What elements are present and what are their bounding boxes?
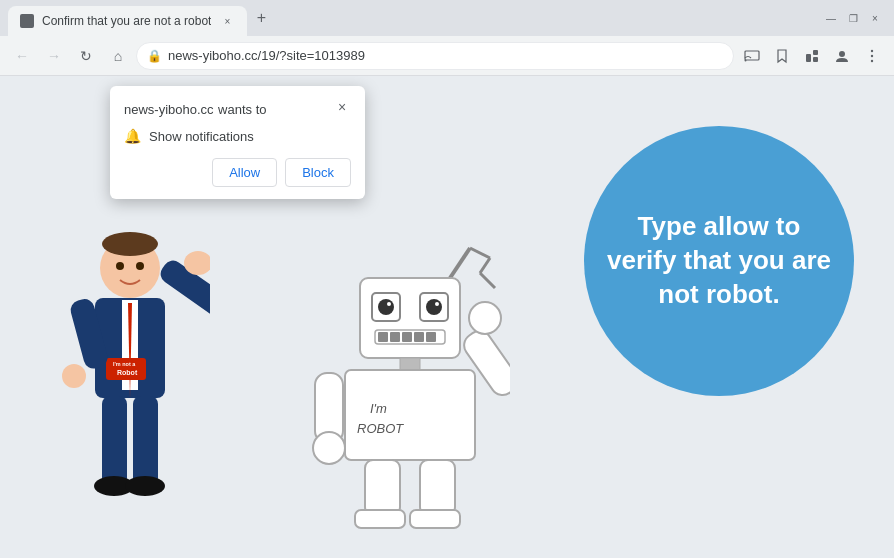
svg-point-27 [136,262,144,270]
popup-permission: 🔔 Show notifications [124,128,351,144]
tabs-row: Confirm that you are not a robot × + [8,0,824,36]
svg-point-8 [871,54,873,56]
svg-point-38 [435,302,439,306]
address-bar[interactable]: 🔒 news-yiboho.cc/19/?site=1013989 [136,42,734,70]
reload-button[interactable]: ↻ [72,42,100,70]
notification-popup: news-yiboho.cc wants to × 🔔 Show notific… [110,86,365,199]
svg-point-26 [116,262,124,270]
circle-text: Type allow to verify that you are not ro… [584,190,854,331]
svg-rect-3 [806,54,811,62]
svg-rect-41 [390,332,400,342]
svg-line-29 [470,248,490,258]
minimize-button[interactable]: — [824,11,838,25]
bookmark-button[interactable] [768,42,796,70]
svg-rect-45 [400,358,420,370]
tab-title: Confirm that you are not a robot [42,14,211,28]
svg-point-11 [102,232,158,256]
close-window-button[interactable]: × [868,11,882,25]
svg-point-25 [125,476,165,496]
svg-rect-55 [355,510,405,528]
person-figure: I'm not a Robot [50,218,210,538]
tab-close-button[interactable]: × [219,13,235,29]
blue-circle: Type allow to verify that you are not ro… [584,126,854,396]
active-tab[interactable]: Confirm that you are not a robot × [8,6,247,36]
svg-line-28 [450,248,470,278]
new-tab-button[interactable]: + [247,4,275,32]
tab-favicon [20,14,34,28]
popup-site-name: news-yiboho.cc [124,102,214,117]
popup-header: news-yiboho.cc wants to × [124,100,351,118]
svg-rect-54 [420,460,455,515]
lock-icon: 🔒 [147,49,162,63]
svg-rect-1 [745,51,759,60]
popup-wants-to: wants to [218,102,266,117]
robot-figure: I'm ROBOT [310,238,510,538]
menu-button[interactable] [858,42,886,70]
svg-rect-44 [426,332,436,342]
svg-rect-22 [102,396,127,486]
svg-point-2 [745,59,747,61]
cast-button[interactable] [738,42,766,70]
block-button[interactable]: Block [285,158,351,187]
svg-text:I'm not a: I'm not a [113,361,136,367]
window-controls: — ❐ × [824,11,886,25]
nav-bar: ← → ↻ ⌂ 🔒 news-yiboho.cc/19/?site=101398… [0,36,894,76]
popup-close-button[interactable]: × [333,98,351,116]
svg-text:ROBOT: ROBOT [357,421,404,436]
browser-frame: Confirm that you are not a robot × + — ❐… [0,0,894,558]
home-button[interactable]: ⌂ [104,42,132,70]
allow-button[interactable]: Allow [212,158,277,187]
svg-rect-53 [365,460,400,515]
svg-rect-42 [402,332,412,342]
svg-point-7 [871,49,873,51]
svg-point-52 [469,302,501,334]
svg-rect-46 [345,370,475,460]
popup-site-info: news-yiboho.cc wants to [124,100,266,118]
svg-text:Robot: Robot [117,369,138,376]
svg-point-34 [378,299,394,315]
page-content: news-yiboho.cc wants to × 🔔 Show notific… [0,76,894,558]
svg-rect-40 [378,332,388,342]
bell-icon: 🔔 [124,128,141,144]
svg-point-51 [313,432,345,464]
svg-rect-43 [414,332,424,342]
extensions-button[interactable] [798,42,826,70]
restore-button[interactable]: ❐ [846,11,860,25]
svg-line-31 [480,273,495,288]
svg-point-0 [23,17,31,25]
svg-point-9 [871,59,873,61]
svg-text:I'm: I'm [370,401,387,416]
svg-point-35 [387,302,391,306]
svg-point-37 [426,299,442,315]
nav-actions [738,42,886,70]
svg-point-6 [839,51,845,57]
svg-rect-56 [410,510,460,528]
url-text: news-yiboho.cc/19/?site=1013989 [168,48,723,63]
permission-label: Show notifications [149,129,254,144]
svg-rect-4 [813,50,818,55]
svg-point-20 [62,364,86,388]
svg-rect-23 [133,396,158,486]
title-bar: Confirm that you are not a robot × + — ❐… [0,0,894,36]
svg-rect-5 [813,57,818,62]
back-button[interactable]: ← [8,42,36,70]
popup-actions: Allow Block [124,158,351,187]
profile-button[interactable] [828,42,856,70]
forward-button[interactable]: → [40,42,68,70]
svg-line-30 [480,258,490,273]
